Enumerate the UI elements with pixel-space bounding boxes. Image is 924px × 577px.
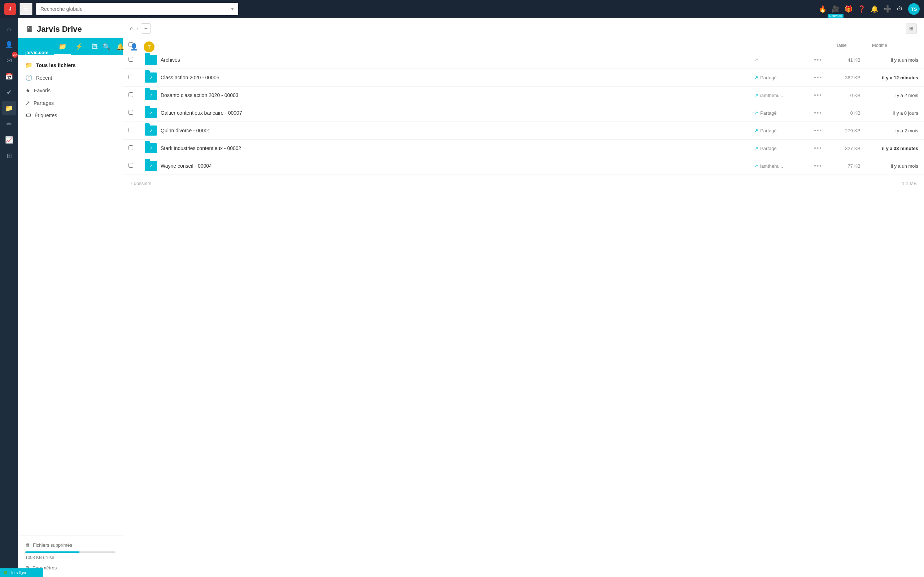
more-options-button[interactable]: ••• bbox=[812, 109, 824, 117]
search-input[interactable] bbox=[36, 3, 238, 15]
row-checkbox[interactable] bbox=[129, 75, 133, 79]
hamburger-button[interactable]: ☰ bbox=[19, 3, 32, 15]
tab-files[interactable]: 📁 bbox=[54, 40, 71, 55]
sidebar-icon-chart[interactable]: 📈 bbox=[2, 133, 16, 147]
nav-all-files-label: Tous les fichiers bbox=[36, 62, 76, 68]
sidebar-icon-tasks[interactable]: ✔ bbox=[2, 85, 16, 100]
plus-icon[interactable]: ➕ bbox=[884, 5, 892, 13]
sidebar-icon-home[interactable]: ⌂ bbox=[2, 22, 16, 36]
total-size: 1.1 MB bbox=[902, 181, 917, 186]
share-icon: ↗ bbox=[754, 163, 758, 169]
file-size: 327 KB bbox=[845, 146, 861, 151]
sidebar-icon-drive[interactable]: 📁 bbox=[2, 101, 16, 115]
nav-recent[interactable]: 🕐 Récent bbox=[18, 71, 123, 84]
row-checkbox[interactable] bbox=[129, 110, 133, 115]
nav-shares[interactable]: ↗ Partages bbox=[18, 97, 123, 109]
row-check-cell bbox=[123, 122, 139, 140]
tab-activity[interactable]: ⚡ bbox=[71, 40, 87, 55]
tab-bell-icon[interactable]: 🔔 bbox=[116, 43, 124, 51]
share-label: Partagé bbox=[760, 75, 777, 81]
tab-search-icon[interactable]: 🔍 bbox=[102, 43, 110, 51]
sort-arrow-icon: ↑ bbox=[157, 43, 159, 48]
row-name-cell: ↗ Galtier contentieux bancaire - 00007 bbox=[139, 104, 748, 122]
more-options-button[interactable]: ••• bbox=[812, 144, 824, 152]
sidebar-icon-calendar[interactable]: 📅 bbox=[2, 69, 16, 84]
file-row-name[interactable]: ↗ Quinn divorce - 00001 bbox=[145, 126, 743, 135]
share-info: ↗ Partagé bbox=[754, 75, 800, 81]
jarvis-tabs-bar: jarvis.com 📁 ⚡ 🖼 🔍 🔔 👤 T bbox=[18, 38, 123, 55]
sidebar-icon-grid[interactable]: ⊞ bbox=[2, 148, 16, 163]
breadcrumb-home[interactable]: ⌂ bbox=[130, 25, 134, 32]
drive-header: 🖥 Jarvis Drive bbox=[18, 18, 123, 38]
col-header-size[interactable]: Taille bbox=[830, 39, 866, 51]
top-navbar: J ☰ ▼ 🔥 🎥 Nouveau 🎁 ❓ 🔔 ➕ ⏱ TS bbox=[0, 0, 924, 18]
row-checkbox[interactable] bbox=[129, 128, 133, 132]
gift-icon[interactable]: 🎁 bbox=[845, 5, 853, 13]
nav-clock-icon: 🕐 bbox=[25, 74, 32, 81]
chat-widget[interactable]: Hors ligne bbox=[0, 568, 43, 577]
col-header-name[interactable]: Nom ↑ bbox=[139, 39, 748, 51]
row-size-cell: 77 KB bbox=[830, 157, 866, 175]
row-share-cell: ↗ Partagé bbox=[748, 122, 806, 140]
folder-icon bbox=[145, 55, 157, 65]
share-label: iamthehul.. bbox=[760, 163, 783, 169]
file-size: 41 KB bbox=[848, 57, 861, 63]
row-check-cell bbox=[123, 69, 139, 87]
nav-tags[interactable]: 🏷 Étiquettes bbox=[18, 109, 123, 121]
file-row-name[interactable]: Archives bbox=[145, 55, 743, 65]
row-size-cell: 41 KB bbox=[830, 51, 866, 69]
row-more-cell: ••• bbox=[806, 140, 830, 157]
row-check-cell bbox=[123, 157, 139, 175]
file-table: Nom ↑ Taille Modifié Archives bbox=[123, 39, 924, 175]
breadcrumb-row: ⌂ › + ⊞ bbox=[123, 18, 924, 39]
col-header-modified[interactable]: Modifié bbox=[866, 39, 924, 51]
sidebar-icon-edit[interactable]: ✏ bbox=[2, 117, 16, 131]
row-share-cell: ↗ bbox=[748, 51, 806, 69]
file-name-label: Dosanto class action 2020 - 00003 bbox=[161, 92, 239, 98]
file-modified: il y a un mois bbox=[891, 57, 918, 63]
tab-media[interactable]: 🖼 bbox=[87, 41, 102, 55]
nav-folder-icon: 📁 bbox=[25, 62, 32, 69]
file-row-name[interactable]: ↗ Galtier contentieux bancaire - 00007 bbox=[145, 108, 743, 118]
bell-icon[interactable]: 🔔 bbox=[871, 5, 879, 13]
col-header-share bbox=[748, 39, 806, 51]
grid-view-button[interactable]: ⊞ bbox=[906, 23, 917, 34]
tab-avatar[interactable]: T bbox=[144, 42, 155, 52]
share-icon: ↗ bbox=[754, 92, 758, 98]
file-row-name[interactable]: ↗ Wayne conseil - 00004 bbox=[145, 161, 743, 171]
row-checkbox[interactable] bbox=[129, 92, 133, 97]
jarvis-tabs-right: 🔍 🔔 👤 T bbox=[102, 42, 155, 55]
deleted-files-item[interactable]: 🗑 Fichiers supprimés bbox=[25, 540, 115, 550]
sidebar-icon-mail[interactable]: ✉ bbox=[2, 53, 16, 68]
more-options-button[interactable]: ••• bbox=[812, 74, 824, 82]
row-more-cell: ••• bbox=[806, 104, 830, 122]
app-logo[interactable]: J bbox=[4, 3, 16, 15]
help-icon[interactable]: ❓ bbox=[858, 5, 866, 13]
nouveau-badge-label: Nouveau bbox=[828, 14, 843, 18]
row-modified-cell: il y a 33 minutes bbox=[866, 140, 924, 157]
nav-recent-label: Récent bbox=[36, 75, 52, 81]
share-info: ↗ iamthehul.. bbox=[754, 163, 800, 169]
folder-share-icon: ↗ bbox=[145, 143, 157, 153]
file-row-name[interactable]: ↗ Stark industries contentieux - 00002 bbox=[145, 143, 743, 153]
more-options-button[interactable]: ••• bbox=[812, 162, 824, 170]
row-checkbox[interactable] bbox=[129, 163, 133, 168]
clock-icon[interactable]: ⏱ bbox=[897, 5, 903, 13]
user-avatar[interactable]: TS bbox=[908, 3, 920, 15]
folder-count: 7 dossiers bbox=[130, 181, 151, 186]
fire-icon[interactable]: 🔥 bbox=[819, 5, 827, 13]
more-options-button[interactable]: ••• bbox=[812, 56, 824, 64]
file-modified: il y a 33 minutes bbox=[882, 146, 918, 151]
row-checkbox[interactable] bbox=[129, 57, 133, 62]
nav-favorites[interactable]: ★ Favoris bbox=[18, 84, 123, 97]
sidebar-icon-people[interactable]: 👤 bbox=[2, 37, 16, 52]
more-options-button[interactable]: ••• bbox=[812, 127, 824, 134]
row-checkbox[interactable] bbox=[129, 145, 133, 150]
tab-user-icon[interactable]: 👤 bbox=[130, 43, 138, 51]
video-icon[interactable]: 🎥 Nouveau bbox=[832, 5, 840, 13]
more-options-button[interactable]: ••• bbox=[812, 91, 824, 99]
file-row-name[interactable]: ↗ Dosanto class action 2020 - 00003 bbox=[145, 90, 743, 100]
breadcrumb-add-button[interactable]: + bbox=[141, 23, 151, 34]
nav-all-files[interactable]: 📁 Tous les fichiers bbox=[18, 59, 123, 71]
file-row-name[interactable]: ↗ Class action 2020 - 00005 bbox=[145, 73, 743, 82]
